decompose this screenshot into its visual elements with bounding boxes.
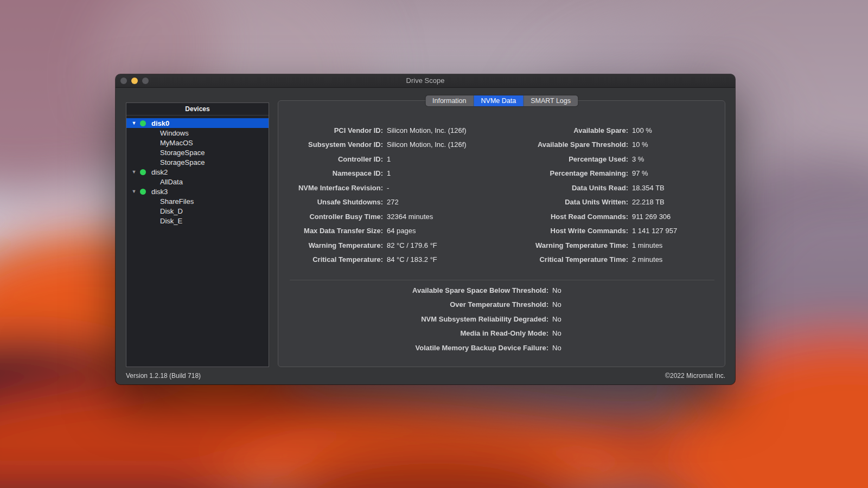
sidebar-item-disk_e[interactable]: Disk_E (126, 216, 269, 226)
stat-value: 272 (387, 198, 399, 206)
sidebar-item-disk_d[interactable]: Disk_D (126, 206, 269, 216)
sidebar-item-label: Disk_D (160, 207, 183, 215)
status-dot-icon (140, 120, 146, 126)
stat-value: No (552, 286, 561, 294)
stat-row: Over Temperature Threshold:No (278, 298, 725, 312)
sidebar-item-label: StorageSpace (160, 149, 205, 157)
window-title: Drive Scope (116, 74, 735, 87)
stat-label: Namespace ID: (278, 169, 383, 177)
status-dot-icon (140, 169, 146, 175)
stat-label: Available Spare Threshold: (502, 140, 628, 149)
stat-value: 10 % (632, 140, 648, 149)
sidebar-item-label: ShareFiles (160, 197, 194, 206)
devices-header: Devices (126, 103, 269, 115)
stat-label: Host Write Commands: (502, 227, 628, 235)
stat-label: Over Temperature Threshold: (278, 300, 548, 309)
stat-row: Max Data Transfer Size:64 pages (278, 224, 502, 239)
stat-label: Host Read Commands: (502, 213, 628, 221)
sidebar-item-label: disk3 (151, 188, 168, 196)
stat-value: 1 141 127 957 (632, 227, 677, 235)
sidebar-item-label: AllData (160, 178, 183, 186)
titlebar[interactable]: Drive Scope (116, 74, 735, 88)
zoom-button[interactable] (142, 78, 149, 84)
stat-row: Unsafe Shutdowns:272 (278, 195, 502, 210)
stat-value: - (387, 184, 389, 192)
stat-row: Percentage Remaining:97 % (502, 166, 725, 181)
stat-value: 2 minutes (632, 255, 662, 264)
sidebar-item-sharefiles[interactable]: ShareFiles (126, 196, 269, 206)
sidebar-item-label: disk0 (151, 119, 169, 127)
stat-label: Critical Temperature: (278, 255, 383, 264)
stat-label: Data Units Written: (502, 198, 628, 206)
stat-label: Unsafe Shutdowns: (278, 198, 383, 206)
sidebar-item-label: Disk_E (160, 217, 182, 225)
stat-label: Controller Busy Time: (278, 213, 383, 221)
drive-scope-window: Drive Scope Devices ▼disk0WindowsMyMacOS… (116, 74, 735, 384)
stat-row: Available Spare Space Below Threshold:No (278, 283, 725, 298)
copyright-text: ©2022 Micromat Inc. (665, 372, 725, 380)
stat-value: 18.354 TB (632, 184, 665, 192)
sidebar-item-label: MyMacOS (160, 139, 193, 147)
stat-label: NVM Subsystem Reliability Degraded: (278, 315, 548, 323)
stat-value: 1 (387, 155, 391, 163)
stat-label: PCI Vendor ID: (278, 126, 383, 134)
traffic-lights (120, 78, 149, 84)
stat-label: Available Spare Space Below Threshold: (278, 286, 548, 294)
stat-label: Available Spare: (502, 126, 628, 134)
stat-row: Subsystem Vendor ID:Silicon Motion, Inc.… (278, 138, 502, 152)
disclosure-triangle-icon[interactable]: ▼ (130, 169, 138, 175)
stat-label: NVMe Interface Revision: (278, 184, 383, 192)
stat-label: Volatile Memory Backup Device Failure: (278, 344, 548, 352)
stat-value: Silicon Motion, Inc. (126f) (387, 140, 467, 149)
stat-value: No (552, 300, 561, 309)
sidebar-item-disk2[interactable]: ▼disk2 (126, 167, 269, 177)
stat-value: 82 °C / 179.6 °F (387, 241, 437, 249)
stat-label: Critical Temperature Time: (502, 255, 628, 264)
stat-row: Namespace ID:1 (278, 166, 502, 181)
stat-value: 97 % (632, 169, 648, 177)
stat-label: Warning Temperature: (278, 241, 383, 249)
stat-row: Data Units Read:18.354 TB (502, 181, 725, 195)
stat-value: No (552, 344, 561, 352)
stat-label: Percentage Used: (502, 155, 628, 163)
sidebar-item-windows[interactable]: Windows (126, 128, 269, 138)
sidebar-item-label: StorageSpace (160, 158, 205, 166)
disclosure-triangle-icon[interactable]: ▼ (130, 120, 138, 126)
stat-row: Volatile Memory Backup Device Failure:No (278, 341, 725, 355)
stat-row: Host Read Commands:911 269 306 (502, 209, 725, 224)
stat-row: Percentage Used:3 % (502, 152, 725, 166)
stat-row: Available Spare Threshold:10 % (502, 138, 725, 152)
stat-value: 84 °C / 183.2 °F (387, 255, 437, 264)
stat-row: Warning Temperature Time:1 minutes (502, 238, 725, 253)
device-tree: ▼disk0WindowsMyMacOSStorageSpaceStorageS… (126, 115, 269, 226)
stat-value: No (552, 329, 561, 337)
version-text: Version 1.2.18 (Build 718) (126, 372, 201, 380)
tab-bar: InformationNVMe DataSMART Logs (425, 95, 578, 106)
tab-nvme-data[interactable]: NVMe Data (474, 95, 524, 106)
stat-row: Controller Busy Time:32364 minutes (278, 209, 502, 224)
sidebar-item-storagespace[interactable]: StorageSpace (126, 157, 269, 167)
sidebar-item-disk3[interactable]: ▼disk3 (126, 187, 269, 196)
stats-column-right: Available Spare:100 %Available Spare Thr… (502, 123, 725, 267)
stat-value: 32364 minutes (387, 213, 433, 221)
stat-label: Subsystem Vendor ID: (278, 140, 383, 149)
sidebar-item-disk0[interactable]: ▼disk0 (126, 118, 269, 128)
tab-information[interactable]: Information (425, 95, 474, 106)
stat-label: Controller ID: (278, 155, 383, 163)
sidebar-item-label: disk2 (151, 168, 168, 176)
disclosure-triangle-icon[interactable]: ▼ (130, 189, 138, 194)
stat-row: Media in Read-Only Mode:No (278, 326, 725, 341)
stat-row: Critical Temperature:84 °C / 183.2 °F (278, 253, 502, 267)
minimize-button[interactable] (131, 78, 138, 84)
close-button[interactable] (120, 78, 127, 84)
stat-label: Percentage Remaining: (502, 169, 628, 177)
stat-label: Media in Read-Only Mode: (278, 329, 548, 337)
sidebar-item-storagespace[interactable]: StorageSpace (126, 147, 269, 157)
stat-value: 22.218 TB (632, 198, 665, 206)
stat-label: Max Data Transfer Size: (278, 227, 383, 235)
tab-smart-logs[interactable]: SMART Logs (524, 95, 578, 106)
sidebar-item-alldata[interactable]: AllData (126, 177, 269, 187)
stat-row: Data Units Written:22.218 TB (502, 195, 725, 210)
sidebar-item-mymacos[interactable]: MyMacOS (126, 138, 269, 147)
stat-value: No (552, 315, 561, 323)
